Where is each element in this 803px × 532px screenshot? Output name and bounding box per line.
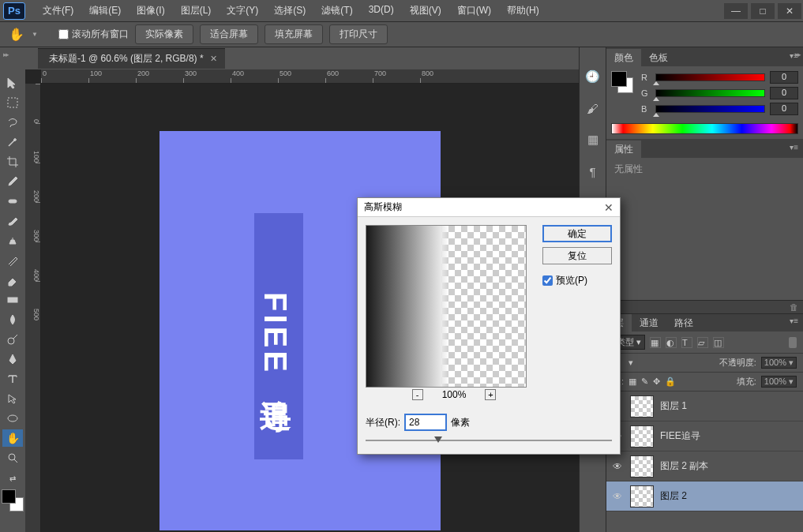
scroll-all-windows-checkbox[interactable]: 滚动所有窗口 [58, 28, 129, 41]
switch-colors-icon[interactable]: ⇄ [2, 474, 23, 482]
eyedropper-tool-icon[interactable] [2, 173, 23, 190]
zoom-out-button[interactable]: - [412, 389, 423, 400]
layer-row[interactable]: 图层 1 [606, 392, 803, 421]
brush-panel-icon[interactable]: 🖌 [584, 99, 602, 117]
lock-pos-icon[interactable]: ✥ [653, 377, 660, 387]
layer-thumbnail[interactable] [630, 425, 654, 448]
menu-item[interactable]: 选择(S) [266, 1, 313, 21]
color-slider[interactable] [655, 89, 765, 97]
close-tab-icon[interactable]: ✕ [210, 54, 217, 64]
foreground-color-chip[interactable] [2, 489, 16, 504]
radius-input[interactable] [405, 414, 446, 430]
radius-slider[interactable] [366, 435, 612, 446]
layer-row[interactable]: 👁FIEE追寻 [606, 421, 803, 451]
color-chips[interactable] [2, 489, 24, 511]
layer-row[interactable]: 👁图层 2 副本 [606, 451, 803, 481]
color-value[interactable]: 0 [770, 87, 798, 99]
clone-stamp-tool-icon[interactable] [2, 232, 23, 249]
option-button[interactable]: 填充屏幕 [265, 24, 323, 44]
path-selection-tool-icon[interactable] [2, 390, 23, 407]
filter-pixel-icon[interactable]: ▦ [650, 337, 661, 348]
tab-channels[interactable]: 通道 [632, 314, 666, 332]
blur-tool-icon[interactable] [2, 311, 23, 328]
menu-item[interactable]: 文件(F) [35, 1, 81, 21]
brush-tool-icon[interactable] [2, 212, 23, 230]
option-button[interactable]: 实际像素 [135, 24, 193, 44]
menu-item[interactable]: 滤镜(T) [313, 1, 360, 21]
hand-tool-icon[interactable]: ✋ [8, 26, 25, 43]
menu-item[interactable]: 窗口(W) [449, 1, 499, 21]
history-brush-tool-icon[interactable] [2, 252, 23, 269]
panel-menu-icon[interactable]: ▾≡ [785, 314, 803, 332]
paragraph-panel-icon[interactable]: ¶ [584, 163, 602, 180]
zoom-tool-icon[interactable] [2, 449, 23, 466]
history-panel-icon[interactable]: 🕘 [584, 68, 602, 85]
magic-wand-tool-icon[interactable] [2, 133, 23, 151]
menu-item[interactable]: 帮助(H) [499, 1, 547, 21]
document-tab[interactable]: 未标题-1 @ 60.6% (图层 2, RGB/8) * ✕ [38, 48, 225, 69]
minimize-button[interactable]: ― [724, 3, 748, 19]
filter-toggle[interactable] [789, 337, 797, 348]
dodge-tool-icon[interactable] [2, 331, 23, 348]
color-value[interactable]: 0 [770, 103, 798, 115]
menu-item[interactable]: 视图(V) [402, 1, 449, 21]
menu-item[interactable]: 3D(D) [361, 1, 402, 21]
menu-item[interactable]: 文字(Y) [219, 1, 266, 21]
shape-tool-icon[interactable] [2, 410, 23, 427]
color-swatch-pair[interactable] [611, 71, 633, 93]
visibility-toggle-icon[interactable]: 👁 [611, 461, 624, 472]
maximize-button[interactable]: □ [751, 3, 775, 19]
marquee-tool-icon[interactable] [2, 94, 23, 111]
close-window-button[interactable]: ✕ [778, 3, 801, 19]
pen-tool-icon[interactable] [2, 350, 23, 368]
color-spectrum[interactable] [611, 123, 798, 134]
option-button[interactable]: 打印尺寸 [329, 24, 388, 44]
filter-smart-icon[interactable]: ◫ [713, 337, 724, 348]
menu-item[interactable]: 图层(L) [173, 1, 220, 21]
lasso-tool-icon[interactable] [2, 114, 23, 131]
opacity-value[interactable]: 100% ▾ [761, 357, 797, 369]
layer-thumbnail[interactable] [630, 455, 654, 478]
menu-item[interactable]: 编辑(E) [81, 1, 129, 21]
tab-paths[interactable]: 路径 [666, 314, 701, 332]
blur-preview[interactable] [366, 225, 527, 388]
lock-pixel-icon[interactable]: ✎ [641, 377, 648, 387]
layer-row[interactable]: 👁图层 2 [606, 481, 803, 511]
reset-button[interactable]: 复位 [542, 247, 612, 264]
ok-button[interactable]: 确定 [542, 225, 612, 242]
panel-menu-icon[interactable]: ▾≡ [785, 140, 803, 158]
filter-adjust-icon[interactable]: ◐ [666, 337, 677, 348]
hand-tool-icon[interactable]: ✋ [2, 429, 23, 447]
color-slider[interactable] [655, 105, 765, 113]
dialog-close-icon[interactable]: ✕ [604, 201, 614, 214]
lock-all-icon[interactable]: 🔒 [665, 377, 676, 387]
filter-type-icon[interactable]: T [681, 337, 692, 348]
gradient-tool-icon[interactable] [2, 291, 23, 309]
eraser-tool-icon[interactable] [2, 272, 23, 289]
layer-thumbnail[interactable] [630, 395, 654, 418]
tool-preset-arrow[interactable]: ▼ [32, 31, 38, 38]
healing-brush-tool-icon[interactable] [2, 193, 23, 210]
color-slider[interactable] [655, 73, 765, 81]
swatches-panel-icon[interactable]: ▦ [584, 131, 602, 148]
tab-color[interactable]: 颜色 [606, 49, 641, 66]
fill-value[interactable]: 100% ▾ [761, 376, 797, 388]
move-tool-icon[interactable] [2, 74, 23, 92]
layer-thumbnail[interactable] [630, 485, 654, 508]
filter-shape-icon[interactable]: ▱ [697, 337, 708, 348]
dialog-titlebar[interactable]: 高斯模糊 ✕ [358, 198, 620, 217]
crop-tool-icon[interactable] [2, 153, 23, 170]
color-value[interactable]: 0 [770, 71, 798, 84]
menu-item[interactable]: 图像(I) [129, 1, 172, 21]
panel-menu-icon[interactable]: ▾≡ [785, 49, 803, 66]
tab-swatches[interactable]: 色板 [641, 49, 676, 66]
zoom-in-button[interactable]: + [485, 389, 496, 400]
option-button[interactable]: 适合屏幕 [200, 24, 258, 44]
collapse-icon[interactable]: ▸▸ [3, 51, 8, 58]
tab-properties[interactable]: 属性 [606, 140, 641, 158]
visibility-toggle-icon[interactable]: 👁 [611, 491, 624, 502]
lock-trans-icon[interactable]: ▦ [629, 377, 636, 387]
preview-checkbox[interactable]: 预览(P) [542, 274, 612, 287]
trash-icon[interactable]: 🗑 [790, 302, 798, 312]
type-tool-icon[interactable] [2, 370, 23, 388]
